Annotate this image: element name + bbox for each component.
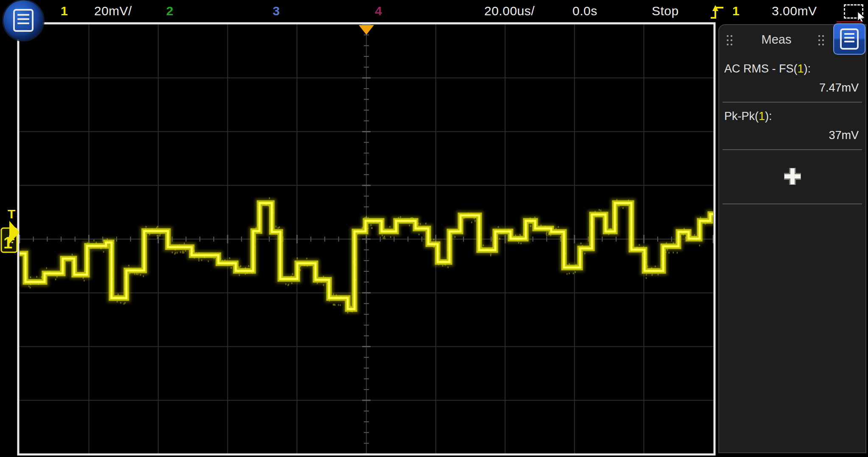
main-menu-button[interactable] <box>3 0 43 40</box>
measurement-item[interactable]: Pk-Pk(1): 37mV <box>719 110 865 142</box>
meas-menu-list-icon <box>840 28 859 50</box>
meas-menu-button[interactable] <box>833 23 865 55</box>
drag-handle-right[interactable] <box>818 35 824 46</box>
meas-panel: Meas AC RMS - FS(1): 7.47mV Pk-Pk(1): 37… <box>718 24 866 453</box>
trigger-position-marker[interactable] <box>359 25 374 35</box>
meas-panel-header: Meas <box>719 25 865 56</box>
oscilloscope-screen: 1 20mV/ 2 3 4 20.00us/ 0.0s Stop 1 3.00m… <box>0 0 868 457</box>
separator <box>723 102 862 103</box>
add-measurement-button[interactable] <box>719 157 865 196</box>
channel-1-ground-marker[interactable]: 1 <box>1 221 20 252</box>
measurement-value: 37mV <box>726 129 859 142</box>
separator <box>723 203 862 204</box>
trigger-level-marker[interactable]: T <box>8 207 15 221</box>
panel-title: Meas <box>719 33 834 47</box>
measurement-label: Pk-Pk(1): <box>724 110 860 123</box>
separator <box>723 149 862 150</box>
measurement-label: AC RMS - FS(1): <box>724 62 860 75</box>
menu-list-icon <box>13 9 33 32</box>
measurement-value: 7.47mV <box>726 81 859 95</box>
graticule <box>20 24 713 454</box>
measurement-item[interactable]: AC RMS - FS(1): 7.47mV <box>719 62 865 95</box>
plus-icon <box>783 167 802 186</box>
